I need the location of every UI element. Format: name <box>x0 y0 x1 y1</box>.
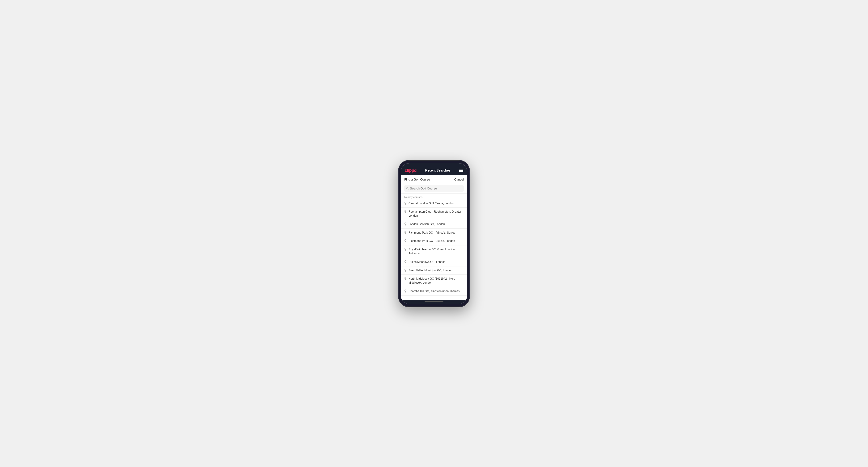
list-item[interactable]: Central London Golf Centre, London <box>401 199 467 208</box>
header-title: Recent Searches <box>425 168 450 172</box>
course-name: Central London Golf Centre, London <box>408 201 454 206</box>
location-pin-icon <box>404 248 407 251</box>
menu-icon[interactable] <box>459 169 463 172</box>
course-list: Central London Golf Centre, London Roeha… <box>401 199 467 300</box>
location-pin-icon <box>404 210 407 213</box>
location-pin-icon <box>404 269 407 272</box>
app-logo: clippd <box>405 168 416 173</box>
search-icon <box>406 187 408 190</box>
home-indicator <box>401 300 467 304</box>
course-name: Dukes Meadows GC, London <box>408 260 445 264</box>
search-container <box>401 183 467 194</box>
svg-line-1 <box>408 189 408 189</box>
find-bar: Find a Golf Course Cancel <box>401 175 467 183</box>
list-item[interactable]: North Middlesex GC (1011942 - North Midd… <box>401 275 467 287</box>
content-area: Find a Golf Course Cancel Nearby courses <box>401 175 467 300</box>
list-item[interactable]: London Scottish GC, London <box>401 220 467 229</box>
course-name: Richmond Park GC - Duke's, London <box>408 239 455 243</box>
list-item[interactable]: Richmond Park GC - Prince's, Surrey <box>401 229 467 237</box>
course-name: Royal Wimbledon GC, Great London Authori… <box>408 248 464 255</box>
list-item[interactable]: Coombe Hill GC, Kingston upon Thames <box>401 287 467 296</box>
location-pin-icon <box>404 289 407 292</box>
list-item[interactable]: Roehampton Club - Roehampton, Greater Lo… <box>401 208 467 220</box>
course-name: Coombe Hill GC, Kingston upon Thames <box>408 289 460 293</box>
course-name: Brent Valley Municipal GC, London <box>408 269 453 273</box>
course-name: Richmond Park GC - Prince's, Surrey <box>408 231 455 235</box>
location-pin-icon <box>404 222 407 226</box>
phone-device: clippd Recent Searches Find a Golf Cours… <box>399 160 469 307</box>
list-item[interactable]: Brent Valley Municipal GC, London <box>401 267 467 275</box>
list-item[interactable]: Dukes Meadows GC, London <box>401 258 467 267</box>
app-header: clippd Recent Searches <box>401 166 467 175</box>
course-name: Roehampton Club - Roehampton, Greater Lo… <box>408 210 464 218</box>
search-input[interactable] <box>410 187 462 190</box>
nearby-section-label: Nearby courses <box>401 194 467 199</box>
location-pin-icon <box>404 239 407 242</box>
location-pin-icon <box>404 231 407 234</box>
phone-screen: clippd Recent Searches Find a Golf Cours… <box>401 163 467 304</box>
course-name: North Middlesex GC (1011942 - North Midd… <box>408 277 464 285</box>
course-name: London Scottish GC, London <box>408 222 445 226</box>
home-bar <box>425 301 443 302</box>
location-pin-icon <box>404 260 407 263</box>
location-pin-icon <box>404 202 407 205</box>
search-input-wrapper <box>404 185 464 192</box>
list-item[interactable]: Royal Wimbledon GC, Great London Authori… <box>401 245 467 258</box>
location-pin-icon <box>404 277 407 280</box>
find-label: Find a Golf Course <box>404 178 430 181</box>
status-bar <box>401 163 467 166</box>
list-item[interactable]: Richmond Park GC - Duke's, London <box>401 237 467 245</box>
cancel-button[interactable]: Cancel <box>454 178 464 181</box>
